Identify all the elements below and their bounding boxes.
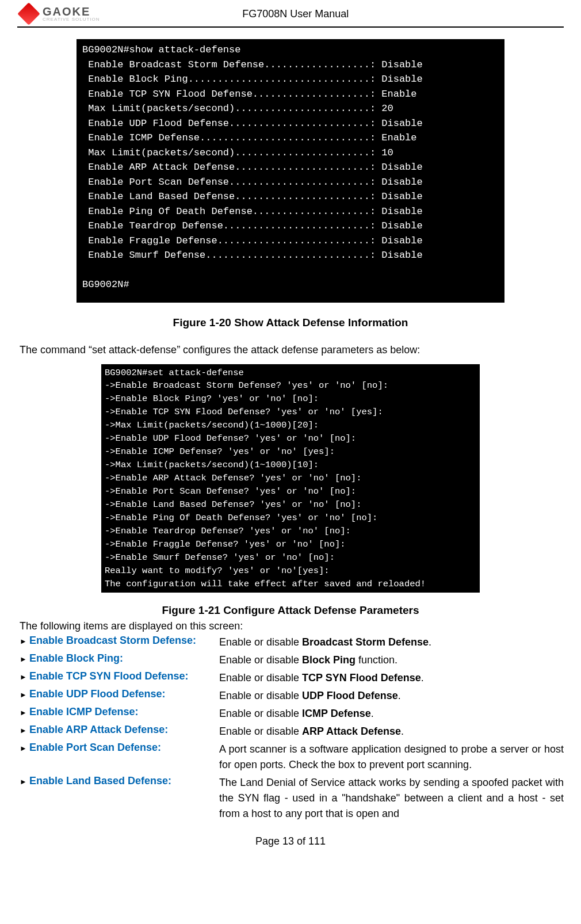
param-desc-bold: Block Ping [302, 654, 356, 666]
param-desc: Enable or disable Broadcast Storm Defens… [219, 635, 564, 650]
param-desc-post: function. [356, 654, 397, 666]
param-desc-post: . [421, 672, 424, 684]
param-desc: The Land Denial of Service attack works … [219, 775, 564, 822]
logo-icon [17, 2, 40, 25]
param-desc-pre: Enable or disable [219, 726, 302, 737]
param-desc-pre: Enable or disable [219, 636, 302, 648]
param-label: Enable TCP SYN Flood Defense: [29, 670, 219, 682]
param-desc-pre: Enable or disable [219, 708, 302, 719]
triangle-icon: ► [20, 742, 27, 753]
param-row: ►Enable Broadcast Storm Defense:Enable o… [17, 635, 564, 650]
param-label: Enable Port Scan Defense: [29, 742, 219, 754]
terminal-set-attack-defense: BG9002N#set attack-defense ->Enable Broa… [101, 364, 480, 593]
param-desc-bold: Broadcast Storm Defense [302, 636, 429, 648]
param-desc-post: . [401, 726, 404, 737]
param-label: Enable ARP Attack Defense: [29, 724, 219, 736]
triangle-icon: ► [20, 724, 27, 735]
param-label: Enable ICMP Defense: [29, 706, 219, 718]
items-intro: The following items are displayed on thi… [17, 620, 564, 632]
param-label: Enable Land Based Defense: [29, 775, 219, 787]
page: GAOKE CREATIVE SOLUTION FG7008N User Man… [0, 0, 581, 865]
param-desc-post: . [371, 708, 374, 719]
parameter-list: ►Enable Broadcast Storm Defense:Enable o… [17, 635, 564, 822]
param-row: ►Enable ARP Attack Defense:Enable or dis… [17, 724, 564, 739]
param-desc-pre: Enable or disable [219, 654, 302, 666]
param-desc: Enable or disable ARP Attack Defense. [219, 724, 564, 739]
triangle-icon: ► [20, 688, 27, 699]
triangle-icon: ► [20, 775, 27, 786]
param-desc-pre: Enable or disable [219, 690, 302, 701]
triangle-icon: ► [20, 635, 27, 646]
param-desc-post: . [429, 636, 431, 648]
param-label: Enable Broadcast Storm Defense: [29, 635, 219, 647]
param-desc-pre: Enable or disable [219, 672, 302, 684]
param-desc-bold: ARP Attack Defense [302, 726, 401, 737]
triangle-icon: ► [20, 670, 27, 681]
param-desc: A port scanner is a software application… [219, 742, 564, 773]
param-row: ►Enable Land Based Defense:The Land Deni… [17, 775, 564, 822]
header-rule [17, 26, 564, 28]
param-desc: Enable or disable TCP SYN Flood Defense. [219, 670, 564, 686]
triangle-icon: ► [20, 652, 27, 663]
terminal-show-attack-defense: BG9002N#show attack-defense Enable Broad… [77, 39, 504, 303]
param-desc-post: . [398, 690, 401, 701]
param-row: ►Enable Port Scan Defense:A port scanner… [17, 742, 564, 773]
param-label: Enable UDP Flood Defense: [29, 688, 219, 700]
triangle-icon: ► [20, 706, 27, 717]
figure-1-21-caption: Figure 1-21 Configure Attack Defense Par… [17, 604, 564, 617]
figure-1-20-caption: Figure 1-20 Show Attack Defense Informat… [17, 316, 564, 329]
page-header: GAOKE CREATIVE SOLUTION FG7008N User Man… [17, 6, 564, 22]
param-desc-bold: ICMP Defense [302, 708, 371, 719]
page-footer: Page 13 of 111 [17, 835, 564, 847]
param-row: ►Enable TCP SYN Flood Defense:Enable or … [17, 670, 564, 686]
param-row: ►Enable ICMP Defense:Enable or disable I… [17, 706, 564, 721]
param-row: ►Enable UDP Flood Defense:Enable or disa… [17, 688, 564, 704]
param-desc: Enable or disable ICMP Defense. [219, 706, 564, 721]
intro-set-attack-defense: The command “set attack-defense” configu… [17, 344, 564, 356]
param-desc: Enable or disable UDP Flood Defense. [219, 688, 564, 704]
param-label: Enable Block Ping: [29, 652, 219, 665]
param-row: ►Enable Block Ping:Enable or disable Blo… [17, 652, 564, 668]
param-desc: Enable or disable Block Ping function. [219, 652, 564, 668]
doc-title: FG7008N User Manual [31, 8, 560, 20]
param-desc-bold: TCP SYN Flood Defense [302, 672, 421, 684]
param-desc-bold: UDP Flood Defense [302, 690, 398, 701]
